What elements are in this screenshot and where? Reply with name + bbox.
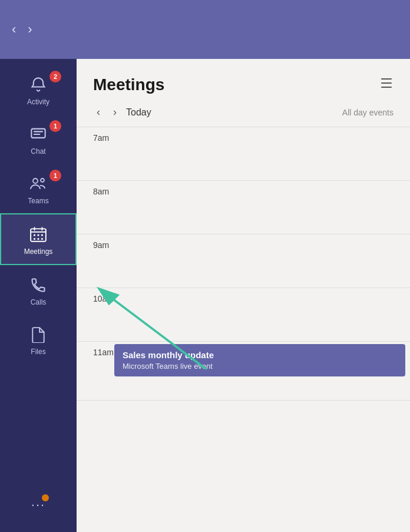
main-layout: 2 Activity 1 Chat 1 — [0, 59, 410, 532]
chat-icon — [29, 125, 48, 144]
slot-content-10am — [112, 288, 410, 341]
svg-point-7 — [34, 238, 35, 240]
top-bar: ‹ › — [0, 0, 410, 59]
event-subtitle: Microsoft Teams live event — [123, 362, 397, 371]
svg-point-1 — [33, 179, 38, 183]
calendar-nav: ‹ › Today All day events — [77, 100, 410, 127]
teams-icon — [29, 174, 48, 193]
chat-badge: 1 — [49, 120, 61, 132]
slot-content-9am — [112, 234, 410, 288]
svg-point-4 — [34, 234, 35, 236]
meetings-icon — [29, 225, 48, 244]
all-day-label: All day events — [342, 108, 394, 117]
cal-back-button[interactable]: ‹ — [93, 105, 104, 120]
sidebar-item-chat[interactable]: 1 Chat — [0, 114, 77, 164]
time-slot-11am: 11am Sales monthly update Microsoft Team… — [77, 342, 410, 401]
files-icon — [29, 325, 48, 344]
chat-label: Chat — [31, 147, 45, 156]
files-label: Files — [31, 348, 45, 356]
back-button[interactable]: ‹ — [12, 22, 16, 37]
slot-content-8am — [112, 181, 410, 234]
sidebar-item-teams[interactable]: 1 Teams — [0, 164, 77, 213]
sidebar: 2 Activity 1 Chat 1 — [0, 59, 77, 532]
event-title: Sales monthly update — [123, 350, 397, 360]
sidebar-item-meetings[interactable]: Meetings — [0, 213, 77, 265]
cal-forward-button[interactable]: › — [110, 105, 120, 120]
cal-today-label: Today — [126, 107, 151, 118]
svg-point-6 — [41, 234, 43, 236]
content-area: Meetings ‹ › Today All day events 7am — [77, 59, 410, 532]
time-label-10am: 10am — [77, 288, 112, 303]
teams-label: Teams — [28, 197, 48, 205]
time-label-9am: 9am — [77, 234, 112, 250]
meetings-label: Meetings — [24, 247, 53, 256]
slot-content-11am: Sales monthly update Microsoft Teams liv… — [112, 342, 410, 395]
time-slots: 7am 8am 9am 10am 11am — [77, 127, 410, 532]
sidebar-item-activity[interactable]: 2 Activity — [0, 65, 77, 114]
page-title: Meetings — [93, 75, 164, 94]
menu-icon[interactable] — [379, 77, 394, 92]
svg-point-9 — [41, 238, 43, 240]
svg-rect-0 — [31, 129, 45, 138]
time-slot-7am: 7am — [77, 127, 410, 181]
teams-badge: 1 — [49, 170, 61, 181]
event-sales-update[interactable]: Sales monthly update Microsoft Teams liv… — [114, 344, 405, 376]
calls-label: Calls — [31, 298, 47, 306]
bell-icon — [29, 75, 48, 94]
svg-point-8 — [37, 238, 39, 240]
svg-point-5 — [37, 234, 39, 236]
activity-badge: 2 — [49, 71, 61, 82]
meetings-header: Meetings — [77, 59, 410, 100]
time-slot-8am: 8am — [77, 181, 410, 234]
time-label-8am: 8am — [77, 181, 112, 196]
time-label-11am: 11am — [77, 342, 112, 357]
time-slot-10am: 10am — [77, 288, 410, 342]
svg-point-2 — [41, 179, 44, 182]
sidebar-item-calls[interactable]: Calls — [0, 265, 77, 315]
time-label-7am: 7am — [77, 127, 112, 143]
sidebar-item-more[interactable]: ··· — [0, 485, 77, 526]
forward-button[interactable]: › — [28, 22, 32, 37]
sidebar-item-files[interactable]: Files — [0, 315, 77, 364]
activity-label: Activity — [27, 98, 49, 106]
time-slot-9am: 9am — [77, 234, 410, 288]
slot-content-7am — [112, 127, 410, 180]
more-dot — [42, 494, 49, 501]
calls-icon — [29, 276, 48, 295]
